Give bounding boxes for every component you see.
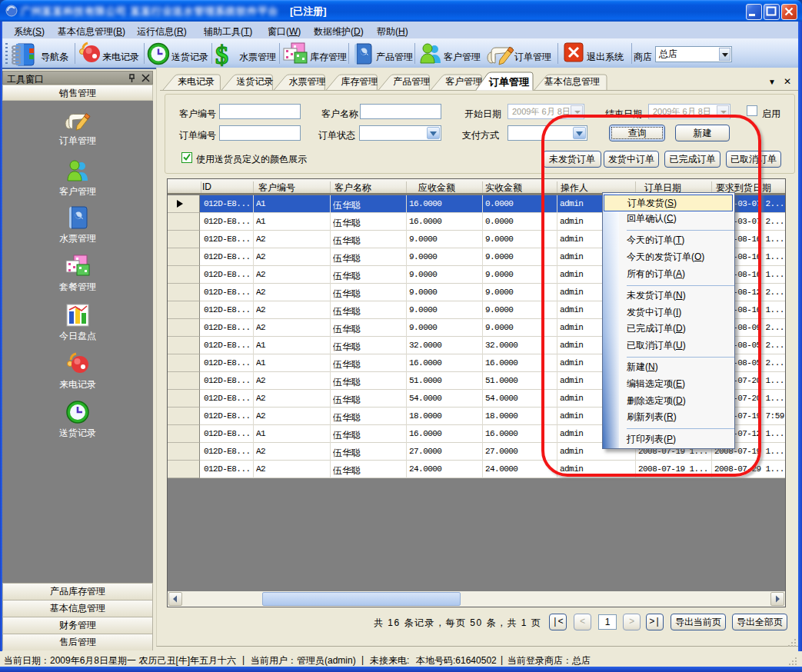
svg-text:来电记录: 来电记录 (178, 76, 215, 87)
svg-text:送货记录: 送货记录 (236, 76, 273, 87)
svg-text:水票管理: 水票管理 (288, 76, 325, 87)
svg-text:基本信息管理: 基本信息管理 (544, 76, 600, 87)
svg-text:$: $ (215, 42, 228, 68)
svg-text:订单管理: 订单管理 (488, 76, 530, 88)
svg-text:客户管理: 客户管理 (445, 76, 482, 87)
svg-text:产品管理: 产品管理 (393, 76, 430, 87)
svg-text:库存管理: 库存管理 (341, 76, 378, 87)
